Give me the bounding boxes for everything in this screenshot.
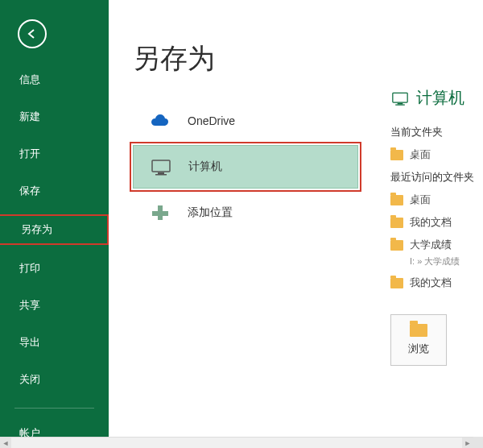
scroll-right-arrow[interactable]: ► (462, 438, 473, 449)
location-label: 添加位置 (188, 205, 233, 220)
folder-open-icon (410, 324, 427, 337)
svg-rect-1 (158, 172, 164, 174)
svg-rect-7 (395, 104, 405, 105)
svg-rect-5 (393, 93, 407, 102)
arrow-left-icon (25, 27, 39, 41)
page-title: 另存为 (133, 40, 483, 77)
sidebar-item-info[interactable]: 信息 (0, 66, 109, 93)
location-add[interactable]: 添加位置 (133, 192, 358, 234)
plus-icon (149, 203, 171, 222)
folder-label: 我的文档 (410, 276, 452, 290)
folder-label: 大学成绩 (410, 238, 452, 252)
main-pane: 另存为 OneDrive 计算机 添加位置 计算机 当前文件夹 桌面 最近访问的… (109, 0, 483, 435)
folder-item-desktop-recent[interactable]: 桌面 (390, 193, 483, 207)
sidebar-item-print[interactable]: 打印 (0, 255, 109, 282)
sidebar-divider (14, 408, 94, 409)
sidebar-menu: 信息 新建 打开 保存 另存为 打印 共享 导出 关闭 帐户 选项 (0, 66, 109, 448)
right-pane-title: 计算机 (416, 87, 464, 109)
location-onedrive[interactable]: OneDrive (133, 100, 358, 142)
browse-button[interactable]: 浏览 (390, 314, 447, 366)
folder-subpath: I: » 大学成绩 (410, 255, 483, 268)
svg-rect-2 (155, 174, 167, 176)
sidebar-item-export[interactable]: 导出 (0, 329, 109, 356)
scroll-track[interactable] (11, 438, 462, 448)
right-pane: 计算机 当前文件夹 桌面 最近访问的文件夹 桌面 我的文档 大学成绩 I: » … (390, 87, 483, 366)
browse-label: 浏览 (408, 342, 429, 356)
folder-item-college[interactable]: 大学成绩 (390, 238, 483, 252)
location-label: 计算机 (188, 160, 222, 174)
svg-rect-0 (152, 160, 170, 172)
sidebar-item-new[interactable]: 新建 (0, 103, 109, 131)
svg-rect-6 (398, 102, 403, 104)
sidebar-item-share[interactable]: 共享 (0, 292, 109, 319)
back-button[interactable] (18, 19, 47, 48)
sidebar-item-open[interactable]: 打开 (0, 140, 109, 168)
folder-label: 我的文档 (410, 215, 452, 230)
right-pane-header: 计算机 (390, 87, 483, 109)
scroll-left-arrow[interactable]: ◄ (0, 438, 11, 449)
folder-icon (390, 240, 403, 251)
folder-label: 桌面 (410, 193, 431, 207)
sidebar-item-save[interactable]: 保存 (0, 177, 109, 205)
computer-icon (390, 90, 410, 106)
location-computer[interactable]: 计算机 (133, 145, 358, 189)
folder-icon (390, 150, 403, 160)
sidebar-item-saveas[interactable]: 另存为 (0, 214, 109, 245)
backstage-sidebar: 信息 新建 打开 保存 另存为 打印 共享 导出 关闭 帐户 选项 (0, 0, 109, 448)
computer-icon (150, 157, 172, 176)
folder-item-documents[interactable]: 我的文档 (390, 215, 483, 230)
folder-item-desktop[interactable]: 桌面 (390, 147, 483, 162)
location-label: OneDrive (188, 114, 235, 127)
svg-rect-4 (152, 211, 168, 216)
current-folder-label: 当前文件夹 (390, 125, 483, 139)
folder-icon (390, 278, 403, 288)
folder-icon (390, 195, 403, 205)
cloud-icon (149, 111, 171, 131)
folder-icon (390, 218, 403, 228)
sidebar-item-close[interactable]: 关闭 (0, 366, 109, 393)
folder-item-documents-2[interactable]: 我的文档 (390, 276, 483, 290)
horizontal-scrollbar[interactable]: ◄ ► (0, 437, 473, 448)
recent-folders-label: 最近访问的文件夹 (390, 170, 483, 185)
scroll-corner (473, 437, 483, 448)
folder-label: 桌面 (410, 147, 431, 162)
